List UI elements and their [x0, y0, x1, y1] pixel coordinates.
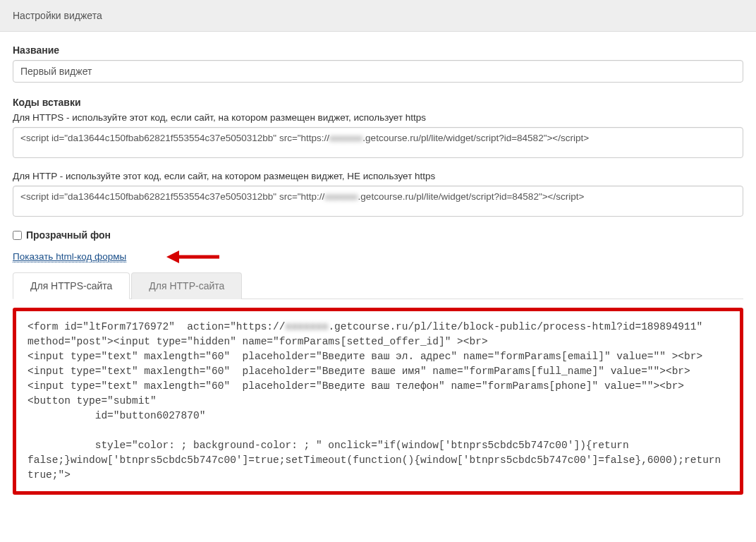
widget-name-input[interactable]	[13, 60, 743, 83]
form-html-code-box: <form id="ltForm7176972" action="https:/…	[13, 308, 743, 495]
tab-https[interactable]: Для HTTPS-сайта	[13, 272, 130, 299]
svg-marker-2	[166, 251, 179, 263]
http-code-description: Для HTTP - используйте этот код, если са…	[13, 171, 743, 181]
arrow-annotation-icon	[166, 246, 223, 267]
https-code-description: Для HTTPS - используйте этот код, если с…	[13, 112, 743, 123]
tab-http[interactable]: Для HTTP-сайта	[131, 272, 242, 299]
widget-settings-header: Настройки виджета	[0, 0, 756, 32]
name-label: Название	[13, 44, 743, 56]
embed-codes-label: Коды вставки	[13, 97, 743, 108]
code-tabs: Для HTTPS-сайта Для HTTP-сайта	[13, 272, 743, 299]
transparent-bg-checkbox[interactable]	[13, 231, 22, 240]
transparent-bg-label: Прозрачный фон	[26, 229, 111, 241]
http-code-textarea[interactable]: <script id="da13644c150fbab62821f553554c…	[13, 186, 743, 217]
https-code-textarea[interactable]: <script id="da13644c150fbab62821f553554c…	[13, 127, 743, 158]
show-html-code-link[interactable]: Показать html-код формы	[13, 251, 126, 263]
header-title: Настройки виджета	[13, 10, 102, 21]
form-html-code-content[interactable]: <form id="ltForm7176972" action="https:/…	[28, 320, 728, 483]
